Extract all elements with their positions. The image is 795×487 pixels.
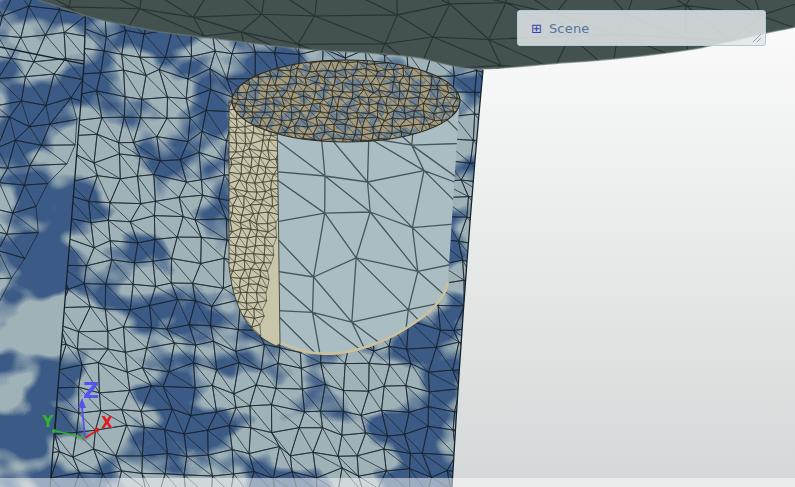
y-axis-label: Y — [42, 413, 55, 431]
viewport-canvas[interactable]: Z X Y — [0, 0, 795, 487]
expand-plus-icon[interactable]: ⊞ — [531, 22, 542, 35]
scene-panel-title: Scene — [549, 21, 590, 36]
scene-panel[interactable]: ⊞ Scene — [517, 10, 766, 46]
x-axis-label: X — [101, 414, 113, 432]
z-axis-label: Z — [83, 378, 99, 403]
panel-resize-handle[interactable] — [751, 32, 762, 43]
bottom-overlay-bar — [0, 478, 795, 487]
3d-viewport[interactable]: Z X Y ⊞ Scene — [0, 0, 795, 487]
x-axis-tip — [95, 428, 99, 432]
